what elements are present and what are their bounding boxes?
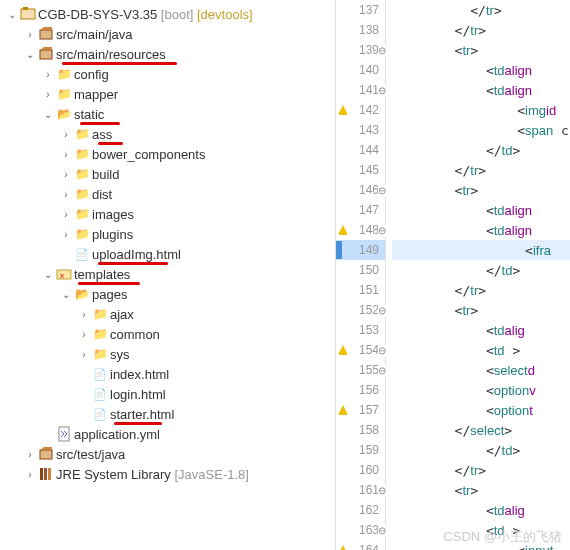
code-line[interactable]: </tr> (392, 460, 570, 480)
line-number[interactable]: 152 (336, 300, 385, 320)
code-line[interactable]: <td > (392, 520, 570, 540)
line-number[interactable]: 150 (336, 260, 385, 280)
line-number[interactable]: 155 (336, 360, 385, 380)
code-line[interactable]: <tr> (392, 300, 570, 320)
line-number[interactable]: 138 (336, 20, 385, 40)
tree-item[interactable]: ›JRE System Library [JavaSE-1.8] (0, 464, 335, 484)
tree-item[interactable]: ›📁bower_components (0, 144, 335, 164)
expand-arrow-icon[interactable]: ⌄ (40, 109, 56, 120)
line-number[interactable]: 144 (336, 140, 385, 160)
line-number[interactable]: 159 (336, 440, 385, 460)
code-line[interactable]: <option t (392, 400, 570, 420)
code-line[interactable]: <td align (392, 80, 570, 100)
expand-arrow-icon[interactable]: ⌄ (40, 269, 56, 280)
line-number[interactable]: 153 (336, 320, 385, 340)
code-line[interactable]: </tr> (392, 20, 570, 40)
tree-item[interactable]: 📄uploadImg.html (0, 244, 335, 264)
code-line[interactable]: <td align (392, 200, 570, 220)
line-number[interactable]: 137 (336, 0, 385, 20)
tree-item[interactable]: 📄login.html (0, 384, 335, 404)
tree-item[interactable]: 📄index.html (0, 364, 335, 384)
project-explorer[interactable]: ⌄CGB-DB-SYS-V3.35 [boot] [devtools]›src/… (0, 0, 335, 550)
line-number[interactable]: 161 (336, 480, 385, 500)
tree-item[interactable]: ›📁common (0, 324, 335, 344)
code-line[interactable]: <input (392, 540, 570, 550)
line-number[interactable]: 143 (336, 120, 385, 140)
code-line[interactable]: </tr> (392, 0, 570, 20)
code-line[interactable]: </td> (392, 440, 570, 460)
tree-item[interactable]: ⌄xtemplates (0, 264, 335, 284)
code-line[interactable]: <td alig (392, 500, 570, 520)
line-number[interactable]: 142 (336, 100, 385, 120)
line-number[interactable]: 158 (336, 420, 385, 440)
line-number[interactable]: 148 (336, 220, 385, 240)
line-number[interactable]: 162 (336, 500, 385, 520)
line-number[interactable]: 154 (336, 340, 385, 360)
line-number[interactable]: 146 (336, 180, 385, 200)
line-number[interactable]: 160 (336, 460, 385, 480)
expand-arrow-icon[interactable]: › (22, 469, 38, 480)
expand-arrow-icon[interactable]: › (40, 69, 56, 80)
code-line[interactable]: <tr> (392, 40, 570, 60)
line-number[interactable]: 141 (336, 80, 385, 100)
line-number[interactable]: 139 (336, 40, 385, 60)
tree-item[interactable]: ›src/main/java (0, 24, 335, 44)
tree-item[interactable]: ⌄src/main/resources (0, 44, 335, 64)
expand-arrow-icon[interactable]: › (58, 209, 74, 220)
code-line[interactable]: </select> (392, 420, 570, 440)
code-line[interactable]: <span class="ent"> </span> (392, 120, 570, 140)
expand-arrow-icon[interactable]: ⌄ (58, 289, 74, 300)
tree-item[interactable]: ⌄📂static (0, 104, 335, 124)
line-number[interactable]: 163 (336, 520, 385, 540)
expand-arrow-icon[interactable]: › (76, 349, 92, 360)
tree-item[interactable]: ›📁config (0, 64, 335, 84)
tree-item[interactable]: ›📁ajax (0, 304, 335, 324)
line-number[interactable]: 164 (336, 540, 385, 550)
tree-item[interactable]: ›📁plugins (0, 224, 335, 244)
line-number[interactable]: 156 (336, 380, 385, 400)
code-line[interactable]: </tr> (392, 160, 570, 180)
code-line[interactable]: <td alig (392, 320, 570, 340)
expand-arrow-icon[interactable]: › (76, 329, 92, 340)
tree-item[interactable]: ›📁build (0, 164, 335, 184)
expand-arrow-icon[interactable]: › (40, 89, 56, 100)
code-line[interactable]: <img id (392, 100, 570, 120)
expand-arrow-icon[interactable]: › (58, 129, 74, 140)
tree-item[interactable]: application.yml (0, 424, 335, 444)
expand-arrow-icon[interactable]: › (58, 149, 74, 160)
tree-item[interactable]: 📄starter.html (0, 404, 335, 424)
tree-item[interactable]: ›📁mapper (0, 84, 335, 104)
code-line[interactable]: <td > (392, 340, 570, 360)
code-lines[interactable]: </tr> </tr> <tr> <td align <td align <im… (386, 0, 570, 550)
code-line[interactable]: <td align (392, 220, 570, 240)
line-number[interactable]: 151 (336, 280, 385, 300)
code-line[interactable]: <tr> (392, 180, 570, 200)
expand-arrow-icon[interactable]: › (22, 29, 38, 40)
code-line[interactable]: <ifra (392, 240, 570, 260)
line-number[interactable]: 145 (336, 160, 385, 180)
expand-arrow-icon[interactable]: › (58, 229, 74, 240)
expand-arrow-icon[interactable]: › (58, 189, 74, 200)
line-number[interactable]: 140 (336, 60, 385, 80)
expand-arrow-icon[interactable]: ⌄ (22, 49, 38, 60)
line-number[interactable]: 149 (336, 240, 385, 260)
expand-arrow-icon[interactable]: › (58, 169, 74, 180)
line-number[interactable]: 157 (336, 400, 385, 420)
code-editor[interactable]: 1371381391401411421431441451461471481491… (335, 0, 570, 550)
expand-arrow-icon[interactable]: › (76, 309, 92, 320)
tree-item[interactable]: ⌄CGB-DB-SYS-V3.35 [boot] [devtools] (0, 4, 335, 24)
code-line[interactable]: </tr> (392, 280, 570, 300)
tree-item[interactable]: ⌄📂pages (0, 284, 335, 304)
code-line[interactable]: <option v (392, 380, 570, 400)
line-number[interactable]: 147 (336, 200, 385, 220)
tree-item[interactable]: ›src/test/java (0, 444, 335, 464)
code-line[interactable]: </td> (392, 260, 570, 280)
code-line[interactable]: </td> (392, 140, 570, 160)
code-line[interactable]: <select d (392, 360, 570, 380)
tree-item[interactable]: ›📁sys (0, 344, 335, 364)
code-line[interactable]: <td align (392, 60, 570, 80)
expand-arrow-icon[interactable]: › (22, 449, 38, 460)
code-line[interactable]: <tr> (392, 480, 570, 500)
tree-item[interactable]: ›📁ass (0, 124, 335, 144)
tree-item[interactable]: ›📁dist (0, 184, 335, 204)
